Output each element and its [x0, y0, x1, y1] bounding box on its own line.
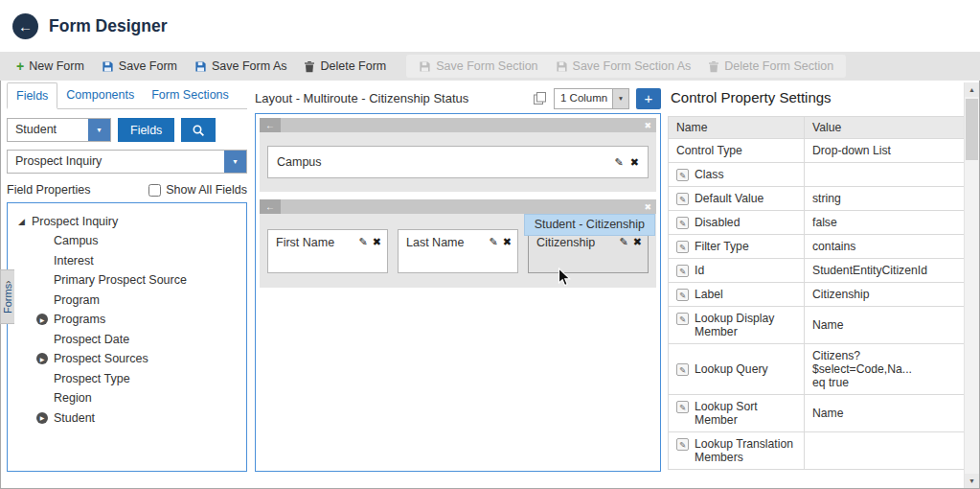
property-row-lookup-display-member[interactable]: ✎Lookup Display Member Name — [669, 307, 965, 344]
property-row-control-type[interactable]: Control Type Drop-down List — [669, 139, 965, 163]
search-button[interactable] — [181, 118, 216, 142]
field-label: First Name — [276, 236, 334, 249]
column-count-select[interactable]: 1 Column ▼ — [554, 88, 629, 109]
tree-item[interactable]: Prospect Date — [11, 330, 242, 350]
tree-item[interactable]: ▶ Programs — [11, 310, 242, 330]
show-all-fields-checkbox[interactable] — [148, 184, 161, 197]
chevron-down-icon[interactable]: ▼ — [224, 151, 246, 173]
show-all-fields-toggle[interactable]: Show All Fields — [148, 183, 247, 197]
edit-icon[interactable]: ✎ — [490, 236, 498, 248]
section-header[interactable]: ← ✖ — [260, 118, 656, 132]
edit-property-icon[interactable]: ✎ — [676, 265, 689, 277]
back-arrow-icon: ← — [18, 18, 33, 35]
property-row-label[interactable]: ✎Label Citizenship — [669, 283, 965, 307]
layout-field-campus[interactable]: Campus ✎ ✖ — [267, 146, 649, 178]
layout-field-first-name[interactable]: First Name ✎ ✖ — [267, 229, 388, 273]
close-icon[interactable]: ✖ — [639, 202, 656, 212]
scroll-up-icon[interactable]: ▲ — [965, 82, 979, 97]
add-section-button[interactable]: + — [636, 88, 661, 109]
edit-property-icon[interactable]: ✎ — [676, 401, 689, 413]
edit-property-icon[interactable]: ✎ — [676, 217, 689, 229]
remove-icon[interactable]: ✖ — [633, 236, 642, 248]
close-icon[interactable]: ✖ — [639, 121, 656, 130]
property-name: Lookup Query — [695, 362, 768, 376]
form-toolbar: + New Form Save Form Save Form As Delete… — [0, 52, 980, 81]
edit-property-icon[interactable]: ✎ — [676, 169, 689, 181]
move-left-icon[interactable]: ← — [260, 199, 281, 214]
edit-property-icon[interactable]: ✎ — [676, 289, 689, 301]
tree-item-label: Campus — [54, 234, 99, 247]
edit-property-icon[interactable]: ✎ — [676, 313, 689, 325]
tab-fields[interactable]: Fields — [7, 82, 57, 109]
tree-root-label: Prospect Inquiry — [32, 215, 118, 228]
edit-icon[interactable]: ✎ — [615, 156, 624, 169]
edit-property-icon[interactable]: ✎ — [676, 363, 689, 376]
tree-item[interactable]: Prospect Type — [11, 369, 242, 389]
property-row-filter-type[interactable]: ✎Filter Type contains — [669, 235, 965, 259]
entity-select[interactable]: Student ▼ — [7, 118, 111, 142]
save-form-as-button[interactable]: Save Form As — [186, 56, 296, 77]
expand-icon[interactable]: ▶ — [36, 412, 48, 424]
property-row-id[interactable]: ✎Id StudentEntityCitizenId — [669, 259, 965, 283]
left-panel-tabs: Fields Components Form Sections — [7, 82, 247, 109]
fields-button[interactable]: Fields — [118, 118, 174, 142]
tab-form-sections[interactable]: Form Sections — [143, 82, 238, 108]
property-value: Name — [805, 307, 965, 344]
form-select[interactable]: Prospect Inquiry ▼ — [7, 150, 247, 174]
tree-item-label: Programs — [54, 313, 105, 326]
expand-icon[interactable]: ▶ — [36, 353, 48, 364]
property-row-lookup-translation-members[interactable]: ✎Lookup Translation Members — [669, 432, 965, 470]
tree-item[interactable]: Interest — [11, 251, 242, 271]
tree-item-label: Primary Prospect Source — [54, 273, 187, 287]
edit-property-icon[interactable]: ✎ — [676, 193, 689, 205]
property-row-disabled[interactable]: ✎Disabled false — [669, 211, 965, 235]
layout-field-last-name[interactable]: Last Name ✎ ✖ — [398, 229, 518, 273]
layout-canvas[interactable]: ← ✖ Campus ✎ ✖ ← ✖ First Name — [255, 113, 661, 472]
forms-side-tab[interactable]: Forms› — [0, 269, 14, 324]
edit-property-icon[interactable]: ✎ — [676, 241, 689, 253]
column-header-value: Value — [805, 117, 965, 139]
tree-item[interactable]: Region — [11, 388, 242, 408]
column-count-value: 1 Column — [555, 89, 612, 108]
property-row-lookup-query[interactable]: ✎Lookup Query Citizens?$select=Code,Na..… — [669, 344, 965, 395]
remove-icon[interactable]: ✖ — [373, 236, 381, 248]
collapse-icon[interactable]: ◢ — [18, 217, 25, 226]
property-name: Disabled — [695, 216, 740, 229]
back-button[interactable]: ← — [12, 13, 38, 39]
edit-icon[interactable]: ✎ — [359, 236, 368, 248]
remove-icon[interactable]: ✖ — [630, 156, 639, 169]
field-label: Campus — [277, 155, 322, 169]
property-name: Class — [695, 168, 723, 181]
delete-form-button[interactable]: Delete Form — [295, 56, 395, 77]
chevron-down-icon[interactable]: ▼ — [88, 119, 110, 141]
edit-property-icon[interactable]: ✎ — [676, 438, 689, 451]
expand-icon[interactable]: ▶ — [36, 314, 48, 325]
section-header[interactable]: ← ✖ — [260, 199, 656, 214]
vertical-scrollbar[interactable]: ▲ ▼ — [964, 82, 979, 488]
property-row-default-value[interactable]: ✎Default Value string — [669, 187, 965, 211]
tree-item-label: Program — [54, 293, 100, 307]
edit-icon[interactable]: ✎ — [620, 236, 628, 248]
chevron-down-icon[interactable]: ▼ — [612, 89, 628, 108]
tree-item-label: Prospect Sources — [54, 352, 148, 365]
tree-item[interactable]: Campus — [11, 231, 242, 251]
property-row-lookup-sort-member[interactable]: ✎Lookup Sort Member Name — [669, 395, 965, 432]
property-row-class[interactable]: ✎Class — [669, 163, 965, 187]
scroll-down-icon[interactable]: ▼ — [965, 474, 979, 488]
new-form-button[interactable]: + New Form — [8, 56, 93, 77]
tree-root-node[interactable]: ◢ Prospect Inquiry — [11, 211, 242, 231]
tree-item[interactable]: ▶ Prospect Sources — [11, 349, 242, 369]
remove-icon[interactable]: ✖ — [503, 236, 512, 248]
chevron-icon: › — [3, 280, 13, 283]
move-left-icon[interactable]: ← — [260, 118, 281, 132]
delete-form-section-button: Delete Form Section — [699, 56, 842, 77]
tree-item[interactable]: Primary Prospect Source — [11, 270, 242, 291]
scrollbar-thumb[interactable] — [966, 99, 978, 160]
save-form-button[interactable]: Save Form — [93, 56, 186, 77]
tree-item[interactable]: ▶ Student — [11, 408, 242, 429]
tab-components[interactable]: Components — [57, 82, 143, 108]
tree-item[interactable]: Program — [11, 291, 242, 311]
tree-item-label: Student — [54, 411, 95, 425]
form-select-value: Prospect Inquiry — [8, 151, 224, 173]
copy-layout-icon[interactable] — [533, 91, 547, 105]
